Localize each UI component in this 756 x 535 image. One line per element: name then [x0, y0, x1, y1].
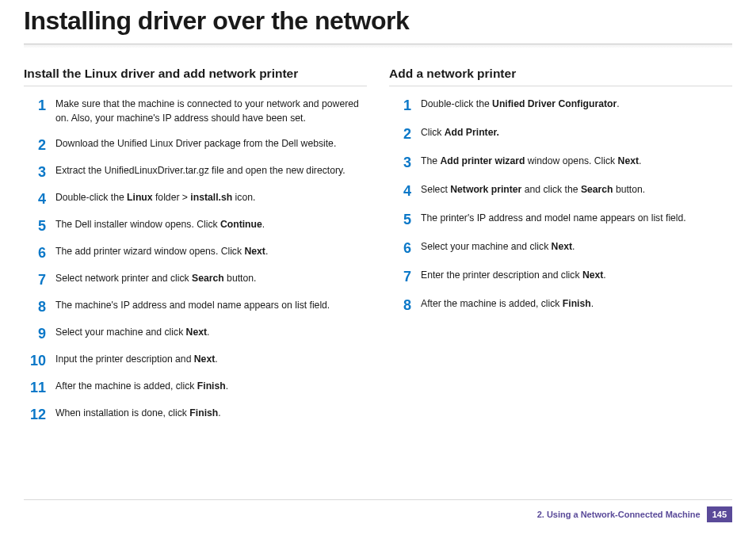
step-number: 12 — [24, 407, 46, 422]
step-text: Double-click the Linux folder > install.… — [55, 191, 367, 205]
step-item: 8After the machine is added, click Finis… — [389, 297, 732, 312]
step-number: 6 — [389, 240, 411, 255]
steps-right: 1Double-click the Unified Driver Configu… — [389, 97, 732, 312]
step-text: Input the printer description and Next. — [55, 353, 367, 367]
step-text: Select your machine and click Next. — [55, 326, 367, 340]
step-item: 8The machine's IP address and model name… — [24, 299, 367, 314]
step-text: Extract the UnifiedLinuxDriver.tar.gz fi… — [55, 164, 367, 178]
page: Installing driver over the network Insta… — [0, 0, 756, 535]
left-column: Install the Linux driver and add network… — [24, 67, 367, 434]
step-number: 4 — [389, 183, 411, 198]
step-item: 9Select your machine and click Next. — [24, 326, 367, 341]
step-number: 7 — [389, 269, 411, 284]
step-item: 3The Add printer wizard window opens. Cl… — [389, 155, 732, 170]
step-text: The Add printer wizard window opens. Cli… — [421, 155, 732, 169]
step-text: After the machine is added, click Finish… — [55, 380, 367, 394]
step-item: 3Extract the UnifiedLinuxDriver.tar.gz f… — [24, 164, 367, 179]
page-footer: 2. Using a Network-Connected Machine 145 — [24, 499, 732, 522]
step-item: 5The printer's IP address and model name… — [389, 212, 732, 227]
step-text: The machine's IP address and model name … — [55, 299, 367, 313]
step-text: Double-click the Unified Driver Configur… — [421, 97, 732, 112]
step-number: 11 — [24, 380, 46, 395]
chapter-label: 2. Using a Network-Connected Machine — [537, 510, 701, 519]
step-item: 2Download the Unified Linux Driver packa… — [24, 137, 367, 152]
step-item: 1Make sure that the machine is connected… — [24, 97, 367, 125]
step-text: The printer's IP address and model name … — [421, 212, 732, 226]
step-item: 4Select Network printer and click the Se… — [389, 183, 732, 198]
step-number: 5 — [24, 218, 46, 233]
page-title: Installing driver over the network — [24, 0, 732, 44]
step-item: 7Select network printer and click Search… — [24, 272, 367, 287]
step-item: 6Select your machine and click Next. — [389, 240, 732, 255]
content-columns: Install the Linux driver and add network… — [24, 67, 732, 434]
step-text: The add printer wizard window opens. Cli… — [55, 245, 367, 259]
step-item: 10Input the printer description and Next… — [24, 353, 367, 368]
page-number: 145 — [707, 506, 732, 522]
step-text: Select your machine and click Next. — [421, 240, 732, 254]
step-number: 2 — [24, 137, 46, 152]
step-number: 5 — [389, 212, 411, 227]
section-heading-left: Install the Linux driver and add network… — [24, 67, 367, 86]
step-item: 2Click Add Printer. — [389, 126, 732, 141]
step-text: Select Network printer and click the Sea… — [421, 183, 732, 197]
step-item: 6The add printer wizard window opens. Cl… — [24, 245, 367, 260]
step-text: Download the Unified Linux Driver packag… — [55, 137, 367, 151]
right-column: Add a network printer 1Double-click the … — [389, 67, 732, 434]
step-item: 1Double-click the Unified Driver Configu… — [389, 97, 732, 113]
step-item: 5The Dell installer window opens. Click … — [24, 218, 367, 233]
step-number: 1 — [389, 97, 411, 113]
step-number: 4 — [24, 191, 46, 206]
step-text: Click Add Printer. — [421, 126, 732, 140]
section-heading-right: Add a network printer — [389, 67, 732, 86]
step-number: 7 — [24, 272, 46, 287]
step-text: When installation is done, click Finish. — [55, 407, 367, 421]
step-number: 2 — [389, 126, 411, 141]
step-item: 11After the machine is added, click Fini… — [24, 380, 367, 395]
step-text: After the machine is added, click Finish… — [421, 297, 732, 311]
step-number: 3 — [389, 155, 411, 170]
step-text: Select network printer and click Search … — [55, 272, 367, 286]
step-number: 3 — [24, 164, 46, 179]
steps-left: 1Make sure that the machine is connected… — [24, 97, 367, 422]
step-number: 8 — [389, 297, 411, 312]
step-text: Make sure that the machine is connected … — [55, 97, 367, 125]
step-number: 10 — [24, 353, 46, 368]
step-text: Enter the printer description and click … — [421, 269, 732, 283]
step-number: 9 — [24, 326, 46, 341]
step-number: 1 — [24, 97, 46, 113]
step-item: 7Enter the printer description and click… — [389, 269, 732, 284]
step-item: 12When installation is done, click Finis… — [24, 407, 367, 422]
step-text: The Dell installer window opens. Click C… — [55, 218, 367, 232]
step-number: 8 — [24, 299, 46, 314]
step-item: 4Double-click the Linux folder > install… — [24, 191, 367, 206]
step-number: 6 — [24, 245, 46, 260]
